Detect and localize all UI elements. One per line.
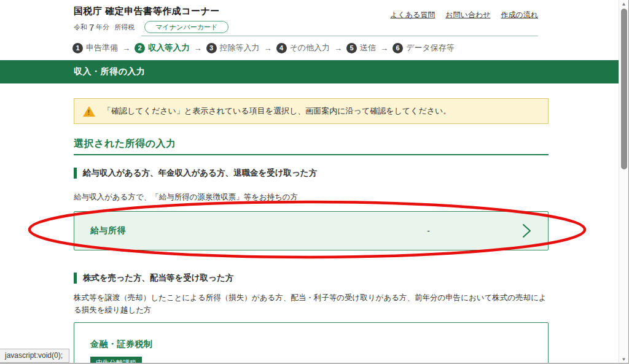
mynumber-card-badge: マイナンバーカード (144, 21, 229, 33)
progress-steps: 1 申告準備 → 2 収入等入力 → 3 控除等入力 → 4 その他入力 → 5… (72, 42, 619, 54)
warning-triangle-icon: ! (83, 106, 95, 117)
salary-income-label: 給与所得 (90, 225, 126, 236)
scrollbar-thumb[interactable] (621, 9, 627, 169)
vertical-scrollbar[interactable]: ▲ ▼ (619, 0, 629, 364)
scroll-up-icon[interactable]: ▲ (619, 1, 628, 8)
step-1-circle-icon: 1 (72, 43, 83, 53)
flow-link[interactable]: 作成の流れ (501, 10, 538, 20)
stock-group-description: 株式等を譲渡（売却）したことによる所得（損失）がある方、配当・利子等の受け取りが… (74, 292, 549, 316)
main-content: ! 「確認してください」と表示されている項目を選択し、画面案内に沿って確認をして… (0, 98, 619, 364)
step-arrow-icon: → (334, 44, 342, 53)
header-meta: 令和 7 年分 所得税 マイナンバーカード (74, 20, 619, 34)
salary-group-description: 給与収入がある方で、「給与所得の源泉徴収票」等をお持ちの方 (74, 191, 549, 203)
page-banner: 収入・所得の入力 (0, 60, 619, 83)
step-4-circle-icon: 4 (276, 43, 287, 53)
warning-text: 「確認してください」と表示されている項目を選択し、画面案内に沿って確認をしてくだ… (103, 106, 451, 117)
step-arrow-icon: → (194, 44, 202, 53)
step-5-send: 5 送信 (346, 42, 376, 53)
financial-securities-panel: 金融・証券税制 申告分離課税 (74, 322, 549, 364)
header: 国税庁 確定申告書等作成コーナー 令和 7 年分 所得税 マイナンバーカード よ… (0, 0, 619, 36)
banner-title: 収入・所得の入力 (74, 66, 145, 77)
year-suffix: 年分 (96, 23, 109, 32)
step-3-circle-icon: 3 (206, 43, 217, 53)
step-6-data-save: 6 データ保存等 (393, 42, 455, 53)
step-arrow-icon: → (264, 44, 272, 53)
status-bar-url: javascript:void(0); (0, 349, 69, 363)
step-6-circle-icon: 6 (393, 43, 403, 53)
header-links: よくある質問 お問い合わせ 作成の流れ (390, 10, 538, 20)
section-title: 選択された所得の入力 (74, 137, 549, 155)
step-2-circle-icon: 2 (135, 43, 145, 53)
salary-pension-group-heading: 給与収入がある方、年金収入がある方、退職金を受け取った方 (74, 168, 549, 179)
step-arrow-icon: → (122, 44, 130, 53)
step-5-circle-icon: 5 (346, 43, 357, 53)
contact-link[interactable]: お問い合わせ (445, 10, 490, 20)
step-2-income-input: 2 収入等入力 (135, 42, 190, 53)
era-label: 令和 (74, 23, 87, 32)
faq-link[interactable]: よくある質問 (390, 10, 435, 20)
warning-box: ! 「確認してください」と表示されている項目を選択し、画面案内に沿って確認をして… (74, 98, 549, 124)
step-1-preparation: 1 申告準備 (72, 42, 118, 53)
step-arrow-icon: → (380, 44, 388, 53)
year-number: 7 (89, 22, 94, 33)
step-3-deductions: 3 控除等入力 (206, 42, 260, 53)
salary-income-button[interactable]: 給与所得 - (74, 211, 549, 250)
chevron-right-icon (522, 223, 532, 238)
financial-securities-title: 金融・証券税制 (90, 339, 532, 350)
tax-type-label: 所得税 (114, 23, 135, 32)
stock-dividend-group-heading: 株式を売った方、配当等を受け取った方 (74, 273, 549, 284)
header-divider (141, 36, 538, 36)
step-4-other-input: 4 その他入力 (276, 42, 330, 53)
salary-income-value: - (427, 226, 430, 236)
